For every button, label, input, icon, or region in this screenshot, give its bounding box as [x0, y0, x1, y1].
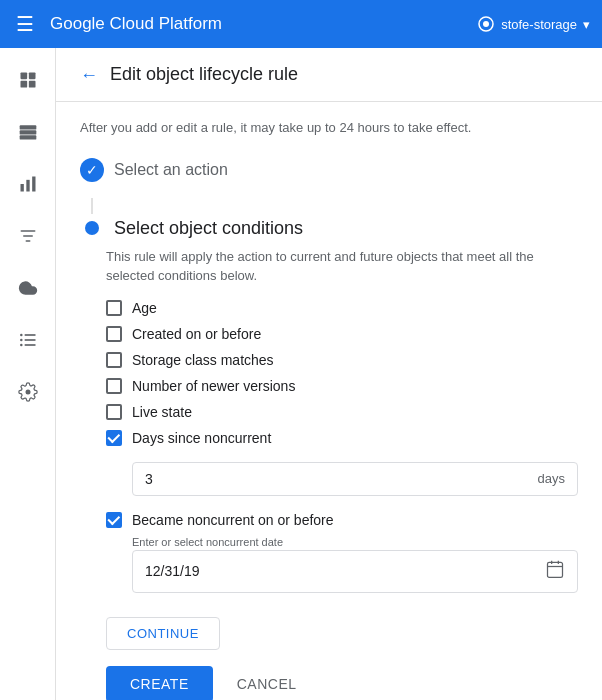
checkbox-list: Age Created on or before Storage class m…: [106, 300, 578, 446]
sidebar-item-cloud[interactable]: [4, 264, 52, 312]
date-input-row: [132, 550, 578, 593]
step1-done-icon: ✓: [80, 158, 104, 182]
info-text: After you add or edit a rule, it may tak…: [80, 118, 578, 138]
date-field-label: Enter or select noncurrent date: [132, 536, 578, 548]
svg-rect-2: [20, 73, 27, 80]
svg-point-1: [483, 21, 489, 27]
step-connector: [91, 198, 93, 214]
checkbox-days-since-noncurrent[interactable]: Days since noncurrent: [106, 430, 578, 446]
step-2: Select object conditions This rule will …: [80, 218, 578, 701]
main-content: ← Edit object lifecycle rule After you a…: [56, 48, 602, 700]
checkbox-newer-box[interactable]: [106, 378, 122, 394]
checkbox-storage-class[interactable]: Storage class matches: [106, 352, 578, 368]
page-title: Edit object lifecycle rule: [110, 64, 298, 85]
svg-point-17: [20, 344, 23, 347]
step2-title: Select object conditions: [114, 218, 303, 239]
sidebar-item-settings[interactable]: [4, 368, 52, 416]
create-button[interactable]: CREATE: [106, 666, 213, 701]
checkbox-live-state[interactable]: Live state: [106, 404, 578, 420]
project-name: stofe-storage: [501, 17, 577, 32]
checkbox-days-label: Days since noncurrent: [132, 430, 271, 446]
app-title: Google Cloud Platform: [50, 14, 465, 34]
step-1: ✓ Select an action: [80, 158, 578, 182]
date-field-wrapper: Enter or select noncurrent date: [132, 536, 578, 593]
action-buttons: CREATE CANCEL: [106, 666, 578, 701]
svg-rect-8: [19, 135, 36, 139]
svg-rect-10: [26, 180, 29, 192]
checkbox-storage-label: Storage class matches: [132, 352, 274, 368]
step2-active-icon: [85, 221, 99, 235]
checkbox-created-label: Created on or before: [132, 326, 261, 342]
continue-button[interactable]: CONTINUE: [106, 617, 220, 650]
days-input-row: days: [132, 462, 578, 496]
sidebar-item-list[interactable]: [4, 316, 52, 364]
checkbox-newer-label: Number of newer versions: [132, 378, 295, 394]
back-button[interactable]: ←: [80, 66, 98, 84]
checkbox-live-label: Live state: [132, 404, 192, 420]
checkbox-storage-box[interactable]: [106, 352, 122, 368]
cancel-button[interactable]: CANCEL: [229, 666, 305, 701]
svg-point-16: [20, 339, 23, 342]
sidebar-item-dashboard[interactable]: [4, 56, 52, 104]
sidebar-item-storage[interactable]: [4, 108, 52, 156]
svg-rect-5: [28, 81, 35, 88]
project-icon: [477, 15, 495, 33]
calendar-icon[interactable]: [545, 559, 565, 584]
button-row-continue: CONTINUE: [106, 617, 578, 650]
dropdown-icon: ▾: [583, 17, 590, 32]
page-header: ← Edit object lifecycle rule: [56, 48, 602, 102]
sidebar: [0, 48, 56, 700]
svg-point-15: [20, 334, 23, 337]
top-nav: ☰ Google Cloud Platform stofe-storage ▾: [0, 0, 602, 48]
svg-rect-7: [19, 130, 36, 134]
checkbox-newer-versions[interactable]: Number of newer versions: [106, 378, 578, 394]
svg-rect-4: [20, 81, 27, 88]
checkbox-age[interactable]: Age: [106, 300, 578, 316]
checkbox-days-box[interactable]: [106, 430, 122, 446]
project-selector[interactable]: stofe-storage ▾: [477, 15, 590, 33]
checkbox-became-noncurrent-box[interactable]: [106, 512, 122, 528]
conditions-desc: This rule will apply the action to curre…: [106, 247, 578, 286]
svg-rect-18: [548, 562, 563, 577]
sidebar-item-filter[interactable]: [4, 212, 52, 260]
days-input[interactable]: [145, 471, 538, 487]
sidebar-item-analytics[interactable]: [4, 160, 52, 208]
checkbox-live-box[interactable]: [106, 404, 122, 420]
checkbox-became-noncurrent[interactable]: Became noncurrent on or before: [106, 512, 578, 528]
date-input[interactable]: [145, 563, 545, 579]
checkbox-created-on-or-before[interactable]: Created on or before: [106, 326, 578, 342]
svg-rect-9: [20, 184, 23, 192]
svg-rect-6: [19, 125, 36, 129]
step1-title: Select an action: [114, 161, 228, 179]
checkbox-became-noncurrent-label: Became noncurrent on or before: [132, 512, 334, 528]
checkbox-age-label: Age: [132, 300, 157, 316]
hamburger-menu[interactable]: ☰: [12, 8, 38, 40]
checkbox-created-box[interactable]: [106, 326, 122, 342]
checkbox-age-box[interactable]: [106, 300, 122, 316]
svg-rect-3: [28, 73, 35, 80]
svg-rect-11: [32, 177, 35, 192]
days-suffix: days: [538, 471, 565, 486]
